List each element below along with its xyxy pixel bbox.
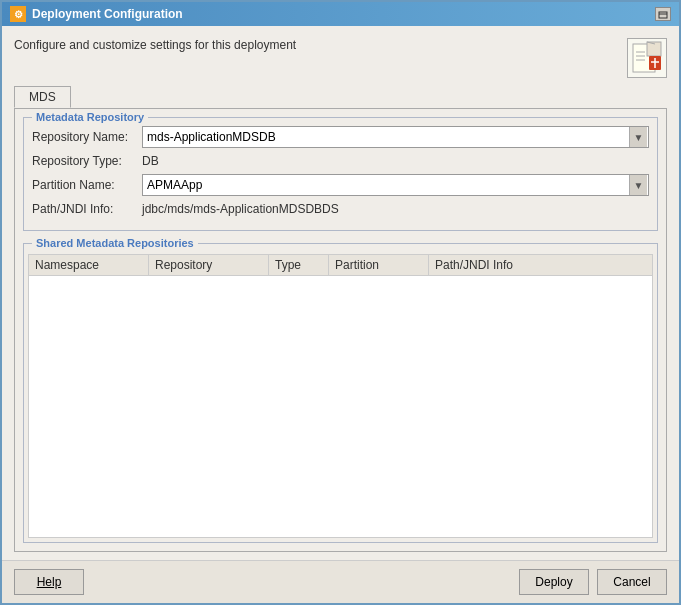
main-window: ⚙ Deployment Configuration Configure and… bbox=[0, 0, 681, 605]
partition-name-label: Partition Name: bbox=[32, 178, 142, 192]
window-icon: ⚙ bbox=[10, 6, 26, 22]
help-button[interactable]: Help bbox=[14, 569, 84, 595]
col-namespace: Namespace bbox=[29, 255, 149, 275]
partition-name-row: Partition Name: APMAApp ▼ bbox=[32, 174, 649, 196]
repository-type-row: Repository Type: DB bbox=[32, 154, 649, 168]
resize-button[interactable] bbox=[655, 7, 671, 21]
content-area: Configure and customize settings for thi… bbox=[2, 26, 679, 560]
tab-bar: MDS bbox=[14, 86, 667, 108]
metadata-repository-section: Metadata Repository Repository Name: mds… bbox=[23, 117, 658, 231]
partition-name-wrapper: APMAApp ▼ bbox=[142, 174, 649, 196]
metadata-repository-title: Metadata Repository bbox=[32, 111, 148, 123]
path-jndi-row: Path/JNDI Info: jdbc/mds/mds-Application… bbox=[32, 202, 649, 216]
table-header: Namespace Repository Type Partition Path bbox=[29, 255, 652, 276]
path-jndi-value: jdbc/mds/mds-ApplicationMDSDBDS bbox=[142, 202, 339, 216]
window-title: Deployment Configuration bbox=[32, 7, 183, 21]
col-repository: Repository bbox=[149, 255, 269, 275]
repository-name-row: Repository Name: mds-ApplicationMDSDB ▼ bbox=[32, 126, 649, 148]
main-panel: Metadata Repository Repository Name: mds… bbox=[14, 108, 667, 552]
partition-name-select[interactable]: APMAApp bbox=[142, 174, 649, 196]
cancel-button[interactable]: Cancel bbox=[597, 569, 667, 595]
table-body bbox=[29, 276, 652, 476]
repository-type-label: Repository Type: bbox=[32, 154, 142, 168]
deploy-button[interactable]: Deploy bbox=[519, 569, 589, 595]
footer: Help Deploy Cancel bbox=[2, 560, 679, 603]
header-row: Configure and customize settings for thi… bbox=[14, 34, 667, 86]
deploy-icon bbox=[627, 38, 667, 78]
col-partition: Partition bbox=[329, 255, 429, 275]
header-description: Configure and customize settings for thi… bbox=[14, 38, 296, 52]
col-path-jndi: Path/JNDI Info bbox=[429, 255, 652, 275]
shared-metadata-section: Shared Metadata Repositories Namespace R… bbox=[23, 243, 658, 543]
repository-name-select[interactable]: mds-ApplicationMDSDB bbox=[142, 126, 649, 148]
tab-mds[interactable]: MDS bbox=[14, 86, 71, 108]
path-jndi-label: Path/JNDI Info: bbox=[32, 202, 142, 216]
repository-name-wrapper: mds-ApplicationMDSDB ▼ bbox=[142, 126, 649, 148]
title-bar: ⚙ Deployment Configuration bbox=[2, 2, 679, 26]
shared-metadata-table[interactable]: Namespace Repository Type Partition Path bbox=[28, 254, 653, 538]
svg-rect-0 bbox=[659, 12, 667, 18]
repository-type-value: DB bbox=[142, 154, 159, 168]
shared-metadata-title: Shared Metadata Repositories bbox=[32, 237, 198, 249]
repository-name-label: Repository Name: bbox=[32, 130, 142, 144]
col-type: Type bbox=[269, 255, 329, 275]
